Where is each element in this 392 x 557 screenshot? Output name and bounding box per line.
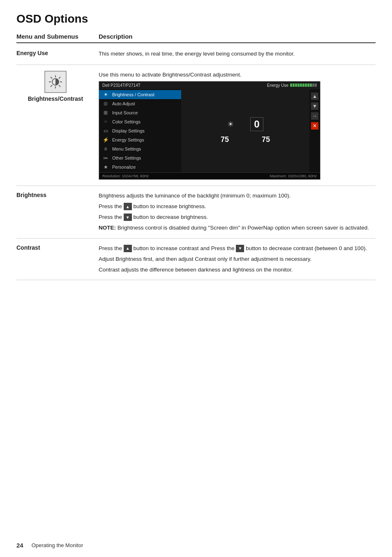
nav-close-button[interactable]: ✕ — [311, 122, 318, 130]
osd-menu-item: ⚡ Energy Settings — [99, 135, 181, 144]
osd-menu-item: ≡ Menu Settings — [99, 144, 181, 153]
svg-line-6 — [59, 85, 60, 87]
brightness-desc-3: Press the ▼ button to decrease brightnes… — [99, 213, 371, 221]
contrast-label: Contrast — [16, 244, 40, 251]
page-footer: 24 Operating the Monitor — [16, 542, 83, 549]
table-row: Brightness/Contrast Use this menu to act… — [16, 65, 376, 186]
energy-block — [300, 84, 302, 87]
osd-menu: ☀ Brightness / Contrast ⊙ Auto Adjust ⊞ … — [99, 89, 181, 172]
brightness-desc-note: NOTE: Brightness control is disabled dur… — [99, 224, 371, 232]
up-arrow-icon: ▲ — [124, 245, 132, 252]
energy-block — [295, 84, 297, 87]
osd-menu-item: ▭ Display Settings — [99, 126, 181, 135]
brightness-contrast-menu-icon: ☀ — [102, 92, 109, 97]
brightness-desc-2: Press the ▲ button to increase brightnes… — [99, 202, 371, 211]
page-title: OSD Options — [16, 12, 376, 26]
osd-bottom-bar: Resolution: 1024x768, 60Hz Maximum: 1920… — [99, 172, 320, 179]
energy-use-desc: This meter shows, in real time, the ener… — [99, 50, 371, 58]
osd-brightness-row: ☀ 0 — [227, 117, 263, 131]
osd-maximum: Maximum: 1920x1080, 60Hz — [270, 174, 317, 178]
up-arrow-icon: ▲ — [124, 203, 132, 210]
energy-label: Energy Use — [267, 83, 288, 88]
osd-options-table: Menu and Submenus Description Energy Use… — [16, 30, 376, 280]
input-source-icon: ⊞ — [102, 110, 109, 116]
osd-menu-item: ⊞ Input Source — [99, 108, 181, 117]
osd-value-1: 75 — [221, 135, 229, 144]
energy-block — [290, 84, 292, 87]
osd-resolution: Resolution: 1024x768, 60Hz — [102, 174, 149, 178]
osd-menu-item-label: Input Source — [112, 110, 138, 115]
brightness-contrast-icon — [44, 71, 67, 93]
osd-menu-item: ☀ Brightness / Contrast — [99, 90, 181, 99]
svg-line-5 — [51, 77, 52, 79]
svg-line-7 — [59, 77, 60, 79]
table-row: Energy Use This meter shows, in real tim… — [16, 43, 376, 65]
osd-menu-item-label: Energy Settings — [112, 137, 144, 142]
display-settings-icon: ▭ — [102, 128, 109, 134]
osd-menu-item-label: Color Settings — [112, 119, 141, 124]
color-settings-icon: ⁘ — [102, 119, 109, 125]
energy-bar-blocks — [290, 84, 317, 87]
osd-menu-item-label: Menu Settings — [112, 146, 141, 151]
osd-content-area: ☀ 0 75 75 — [181, 89, 309, 172]
other-settings-icon: ≔ — [102, 155, 109, 161]
osd-nav-buttons: ▲ ▼ → ✕ — [309, 89, 320, 172]
nav-up-button[interactable]: ▲ — [311, 93, 318, 100]
contrast-desc-2: Adjust Brightness first, and then adjust… — [99, 255, 371, 263]
contrast-desc-1: Press the ▲ button to increase contrast … — [99, 244, 371, 253]
osd-model: Dell P2314T/P2714T — [102, 83, 141, 88]
footer-section: Operating the Monitor — [32, 542, 83, 548]
osd-menu-item-label: Other Settings — [112, 155, 141, 160]
energy-block — [315, 84, 317, 87]
energy-block — [307, 84, 309, 87]
brightness-desc-1: Brightness adjusts the luminance of the … — [99, 192, 371, 200]
osd-top-bar: Dell P2314T/P2714T Energy Use — [99, 81, 320, 89]
energy-block — [312, 84, 314, 87]
brightness-contrast-cell: Brightness/Contrast — [16, 71, 95, 102]
osd-body: ☀ Brightness / Contrast ⊙ Auto Adjust ⊞ … — [99, 89, 320, 172]
osd-menu-item-label: Display Settings — [112, 128, 145, 133]
osd-menu-item: ★ Personalize — [99, 162, 181, 172]
nav-down-button[interactable]: ▼ — [311, 102, 318, 110]
brightness-contrast-intro: Use this menu to activate Brightness/Con… — [99, 71, 371, 79]
energy-bar: Energy Use — [267, 83, 317, 88]
osd-screenshot: Dell P2314T/P2714T Energy Use — [99, 81, 321, 180]
brightness-zero-value: 0 — [250, 117, 263, 131]
sun-icon: ☀ — [227, 120, 234, 129]
energy-use-label: Energy Use — [16, 50, 48, 56]
brightness-label: Brightness — [16, 192, 46, 198]
table-row: Contrast Press the ▲ button to increase … — [16, 238, 376, 280]
osd-menu-item-label: Personalize — [112, 165, 136, 169]
contrast-desc: Press the ▲ button to increase contrast … — [99, 244, 371, 274]
menu-settings-icon: ≡ — [102, 146, 109, 152]
brightness-desc: Brightness adjusts the luminance of the … — [99, 192, 371, 232]
down-arrow-icon: ▼ — [236, 245, 244, 252]
osd-menu-item-label: Auto Adjust — [112, 101, 135, 106]
osd-menu-item-label: Brightness / Contrast — [112, 92, 154, 97]
brightness-contrast-label: Brightness/Contrast — [28, 95, 83, 102]
energy-block — [293, 84, 295, 87]
col-desc-header: Description — [99, 30, 376, 43]
energy-block — [305, 84, 307, 87]
col-menu-header: Menu and Submenus — [16, 30, 99, 43]
osd-menu-item: ≔ Other Settings — [99, 153, 181, 162]
osd-menu-item: ⁘ Color Settings — [99, 117, 181, 126]
page-number: 24 — [16, 542, 23, 549]
contrast-desc-3: Contrast adjusts the difference between … — [99, 266, 371, 274]
energy-block — [297, 84, 300, 87]
osd-values: 75 75 — [221, 135, 270, 144]
energy-block — [310, 84, 312, 87]
osd-value-2: 75 — [262, 135, 270, 144]
down-arrow-icon: ▼ — [124, 214, 132, 221]
energy-settings-icon: ⚡ — [102, 137, 109, 143]
personalize-icon: ★ — [102, 164, 109, 170]
svg-line-8 — [51, 85, 52, 87]
table-row: Brightness Brightness adjusts the lumina… — [16, 186, 376, 238]
auto-adjust-icon: ⊙ — [102, 101, 109, 107]
energy-block — [302, 84, 304, 87]
nav-right-button[interactable]: → — [311, 112, 318, 120]
osd-menu-item: ⊙ Auto Adjust — [99, 99, 181, 108]
